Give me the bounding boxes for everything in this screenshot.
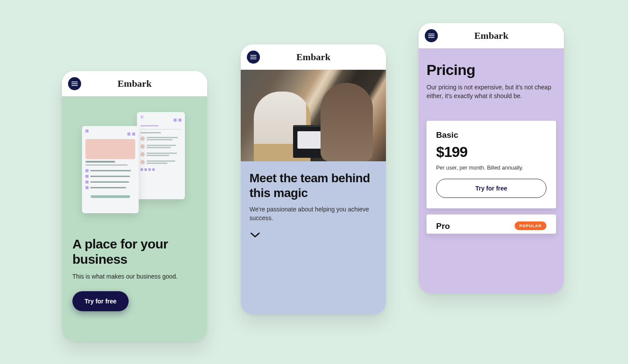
phone-mockup-pricing: Embark Pricing Our pricing is not expens… — [419, 23, 564, 293]
phone-mockup-home: Embark — [62, 71, 207, 341]
menu-button[interactable] — [68, 77, 81, 90]
phone-mockup-team: Embark Meet the team behind this magic W… — [241, 44, 386, 315]
plan-cta-button[interactable]: Try for free — [436, 179, 546, 198]
plan-name: Basic — [436, 130, 546, 140]
menu-icon — [250, 55, 256, 59]
app-header: Embark — [62, 71, 207, 96]
menu-icon — [72, 82, 78, 86]
menu-button[interactable] — [247, 51, 260, 64]
app-header: Embark — [419, 23, 564, 48]
app-header: Embark — [241, 44, 386, 70]
team-copy: Meet the team behind this magic We're pa… — [241, 161, 386, 238]
pricing-screen: Pricing Our pricing is not expensive, bu… — [419, 48, 564, 293]
menu-icon — [428, 34, 434, 38]
brand-logo: Embark — [241, 51, 386, 63]
pricing-title: Pricing — [427, 61, 556, 78]
plan-name: Pro — [436, 221, 450, 231]
hero-illustration — [67, 104, 202, 226]
hero-copy: A place for your business This is what m… — [67, 226, 202, 311]
chevron-down-icon — [250, 232, 377, 238]
team-photo — [241, 70, 386, 161]
home-cta-button[interactable]: Try for free — [72, 291, 129, 311]
pricing-card-basic: Basic $199 Per user, per month. Billed a… — [427, 121, 556, 208]
pricing-subtitle: Our pricing is not expensive, but it's n… — [427, 83, 553, 101]
home-headline: A place for your business — [72, 237, 199, 267]
plan-price: $199 — [436, 143, 546, 160]
brand-logo: Embark — [419, 30, 564, 41]
home-screen: A place for your business This is what m… — [62, 96, 207, 341]
team-subtitle: We're passionate about helping you achie… — [249, 205, 377, 222]
team-screen: Meet the team behind this magic We're pa… — [241, 70, 386, 315]
scroll-down-button[interactable] — [250, 232, 377, 238]
popular-badge: POPULAR — [515, 221, 546, 230]
pricing-card-pro: Pro POPULAR — [427, 214, 556, 234]
team-headline: Meet the team behind this magic — [249, 171, 377, 200]
menu-button[interactable] — [425, 29, 438, 42]
plan-terms: Per user, per month. Billed annually. — [436, 165, 546, 171]
brand-logo: Embark — [62, 78, 207, 89]
home-subtitle: This is what makes our business good. — [72, 273, 199, 280]
